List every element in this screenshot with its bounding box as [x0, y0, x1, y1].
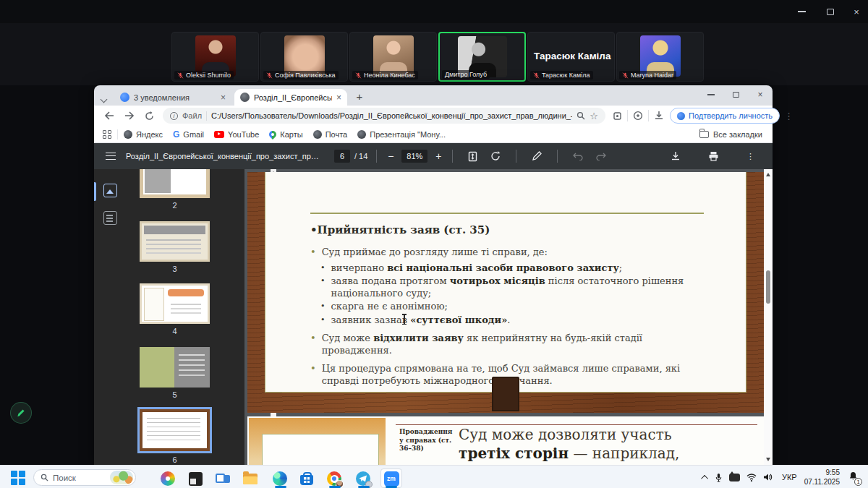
divider: [376, 150, 377, 163]
bookmark-youtube[interactable]: YouTube: [214, 130, 259, 139]
tab-pdf-active[interactable]: Розділ_ІІ_Європейської_конве ×: [234, 89, 347, 106]
reload-button[interactable]: [145, 111, 154, 121]
page-thumbnail-5[interactable]: [140, 347, 210, 388]
taskbar-app-dark[interactable]: [184, 469, 206, 488]
minimize-icon: [798, 11, 806, 12]
scroll-down-icon[interactable]: [766, 458, 770, 461]
scroll-up-icon[interactable]: [766, 173, 770, 176]
task-view-button[interactable]: [212, 469, 234, 488]
tab-search-chevron[interactable]: [101, 92, 111, 100]
participant-label: Софія Павликівська: [263, 71, 339, 80]
bookmark-maps[interactable]: Карты: [269, 130, 302, 139]
pdf-menu-icon[interactable]: [106, 153, 116, 160]
tray-volume[interactable]: [763, 473, 773, 481]
apps-grid-icon[interactable]: [103, 130, 111, 139]
verify-identity-button[interactable]: Подтвердить личность: [670, 108, 780, 124]
tray-overflow-chevron[interactable]: [703, 475, 708, 480]
participant-name: Тарасюк Каміла: [542, 72, 590, 79]
tray-app-icon[interactable]: [729, 474, 740, 481]
bookmarks-bar: Яндекс GGmail YouTube Карты Почта Презен…: [94, 126, 773, 143]
taskbar-search[interactable]: Поиск: [33, 469, 136, 486]
participant-tile-active-speaker[interactable]: Дмитро Голуб: [438, 32, 526, 82]
thumbnails-view-icon[interactable]: [103, 184, 117, 197]
back-button[interactable]: [104, 111, 114, 120]
participant-tile[interactable]: Неоніла Кинебас: [349, 32, 437, 82]
participant-tile[interactable]: Oleksii Shumilo: [171, 32, 259, 82]
bookmark-yandex[interactable]: Яндекс: [124, 130, 163, 139]
pdf-scrollbar[interactable]: [764, 169, 773, 465]
browser-action-icon[interactable]: [633, 111, 643, 121]
zoom-in-button[interactable]: +: [433, 150, 443, 162]
rotate-button[interactable]: [490, 151, 501, 161]
file-explorer-button[interactable]: [239, 469, 261, 488]
extension-icon[interactable]: [613, 111, 622, 121]
participant-name: Софія Павликівська: [275, 72, 336, 79]
bookmark-gmail[interactable]: GGmail: [173, 129, 204, 140]
forward-button[interactable]: [124, 111, 135, 120]
page-thumbnail-3[interactable]: [140, 221, 210, 262]
pdf-more-menu-icon[interactable]: ⋮: [746, 152, 754, 161]
tray-clock[interactable]: 9:55 07.11.2025: [804, 468, 840, 487]
divider: [310, 213, 704, 214]
tab-close-icon[interactable]: ×: [336, 93, 341, 102]
system-tray: УКР 9:55 07.11.2025 1: [703, 466, 868, 488]
browser-close-button[interactable]: ×: [748, 85, 773, 104]
zoom-level-input[interactable]: 81%: [401, 150, 427, 163]
store-button[interactable]: [296, 469, 318, 488]
keyboard-language[interactable]: УКР: [782, 473, 797, 481]
start-button[interactable]: [10, 470, 26, 486]
address-bar[interactable]: i Файл C:/Users/Пользователь/Downloads/Р…: [163, 108, 605, 124]
bookmark-presentation[interactable]: Презентація "Мону...: [357, 130, 446, 139]
pdf-page-7: Провадження у справах (ст. 36–38) Суд мо…: [247, 416, 764, 465]
notification-center-button[interactable]: 1: [848, 471, 858, 484]
tab-notifications[interactable]: 3 уведомления ×: [114, 89, 231, 106]
tray-wifi[interactable]: [746, 474, 757, 481]
participant-name: Неоніла Кинебас: [364, 72, 415, 79]
participant-tile[interactable]: Maryna Haidar: [616, 32, 704, 82]
thumbnail-number: 5: [140, 390, 210, 399]
page-thumbnail-4[interactable]: [140, 283, 210, 324]
microphone-icon: [715, 473, 723, 482]
download-icon[interactable]: [671, 151, 681, 161]
chevron-up-icon: [701, 474, 708, 481]
speaker-icon: [763, 473, 773, 481]
new-tab-button[interactable]: +: [353, 90, 366, 103]
browser-menu-icon[interactable]: ⋮: [784, 111, 793, 121]
participant-label: Неоніла Кинебас: [352, 71, 418, 80]
annotate-pencil-button[interactable]: [10, 402, 32, 424]
zoom-close-button[interactable]: ×: [845, 3, 868, 20]
redo-icon[interactable]: [596, 152, 606, 160]
bookmark-mail[interactable]: Почта: [313, 130, 348, 139]
participant-tile[interactable]: Софія Павликівська: [260, 32, 348, 82]
taskbar-app-colorful[interactable]: [157, 469, 179, 488]
downloads-icon[interactable]: [654, 111, 664, 121]
tray-mic[interactable]: [715, 473, 723, 482]
print-icon[interactable]: [708, 151, 719, 161]
fit-page-button[interactable]: [468, 151, 477, 162]
divider: [206, 111, 207, 121]
page-thumbnail-2[interactable]: [140, 169, 210, 198]
zoom-maximize-button[interactable]: [819, 3, 842, 20]
browser-maximize-button[interactable]: [723, 85, 748, 104]
page-thumbnail-6-selected[interactable]: [140, 409, 210, 451]
bookmark-star-icon[interactable]: ☆: [590, 111, 598, 121]
all-bookmarks-button[interactable]: Все закладки: [699, 130, 762, 139]
annotate-pen-icon[interactable]: [532, 151, 542, 161]
zoom-minimize-button[interactable]: [790, 3, 813, 20]
zoom-search-icon[interactable]: [576, 111, 585, 120]
browser-minimize-button[interactable]: [699, 85, 723, 104]
mic-muted-icon: [177, 72, 184, 79]
desktop: × Oleksii Shumilo Софія Павликівська Нео…: [0, 0, 868, 488]
pdf-page-6: •Прийнятність заяв (ст. 35) • Суд прийма…: [247, 172, 764, 413]
info-icon: i: [170, 112, 178, 120]
participant-tile-video-off[interactable]: Тарасюк Каміла Тарасюк Каміла: [527, 32, 615, 82]
scrollbar-thumb[interactable]: [766, 270, 770, 304]
url-text: C:/Users/Пользователь/Downloads/Розділ_І…: [211, 111, 572, 120]
undo-icon[interactable]: [573, 152, 583, 160]
globe-icon: [124, 130, 132, 139]
outline-view-icon[interactable]: [103, 211, 117, 225]
tab-close-icon[interactable]: ×: [221, 93, 226, 102]
youtube-icon: [214, 131, 224, 138]
zoom-out-button[interactable]: −: [386, 150, 396, 162]
page-number-input[interactable]: 6: [334, 150, 350, 163]
